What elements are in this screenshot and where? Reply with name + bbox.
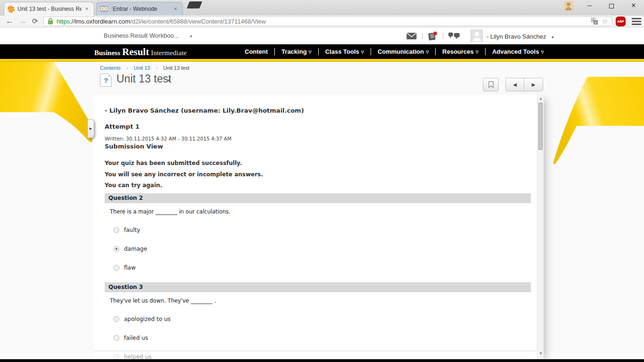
browser-menu-button[interactable]	[632, 18, 641, 25]
maximize-icon	[609, 4, 614, 8]
page-title: Unit 13 test	[116, 73, 171, 85]
close-icon: ✕	[631, 2, 636, 9]
separator: |	[421, 32, 423, 40]
nav-item-resources[interactable]: Resources▽	[436, 48, 485, 55]
back-button[interactable]: ←	[6, 16, 14, 27]
nav-item-tracking[interactable]: Tracking▽	[275, 48, 318, 55]
window-maximize-button[interactable]	[603, 0, 619, 11]
option-row: damage	[114, 246, 147, 252]
content-scrollbar[interactable]: ▲ ▼	[537, 94, 544, 359]
option-row: flaw	[114, 264, 136, 271]
option-label: apologized to us	[124, 316, 171, 322]
radio-faulty[interactable]	[114, 227, 119, 233]
theme-yellow-stripe	[0, 59, 644, 62]
option-label: faulty	[124, 227, 140, 233]
scroll-up-icon[interactable]: ▲	[537, 97, 544, 100]
radio-apologized-to-us[interactable]	[114, 316, 119, 322]
tab-title: Entrar - Webnode	[113, 6, 170, 12]
user-menu[interactable]: - Lilyn Bravo Sánchez ▾	[487, 33, 554, 40]
course-selector-label: Business Result Workboo...	[104, 32, 179, 39]
radio-flaw[interactable]	[114, 265, 119, 271]
student-identity-line: - Lilyn Bravo Sánchez (username: Lily.Br…	[105, 107, 304, 114]
tab-close-icon[interactable]: ✕	[83, 6, 90, 12]
breadcrumb-current: Unit 13 test	[163, 65, 190, 71]
course-navbar: Business Result Intermediate Content Tra…	[0, 44, 644, 59]
option-label: damage	[124, 246, 147, 252]
forward-button[interactable]: →	[19, 16, 27, 27]
course-selector[interactable]: Business Result Workboo... ▾	[104, 32, 192, 39]
tab-unit-13-test[interactable]: Unit 13 test - Business Res ✕	[4, 2, 94, 16]
chevron-down-icon: ▽	[541, 50, 544, 54]
caret-down-icon: ▾	[552, 35, 554, 40]
course-brand-logo: Business Result Intermediate	[94, 46, 187, 58]
separator: |	[442, 32, 444, 40]
chat-bubbles-icon	[448, 33, 460, 40]
submission-message: Your quiz has been submitted successfull…	[105, 160, 242, 166]
option-label: flaw	[124, 264, 136, 271]
option-row: faulty	[114, 227, 140, 233]
breadcrumb-separator-icon: ›	[156, 65, 158, 71]
option-label: failed us	[124, 335, 148, 341]
user-name-label: - Lilyn Bravo Sánchez	[487, 33, 546, 40]
minimize-icon: ─	[587, 2, 591, 9]
radio-damage-selected[interactable]	[114, 246, 119, 252]
chevron-right-icon: ▶	[90, 127, 92, 131]
quiz-submission-panel: - Lilyn Bravo Sánchez (username: Lily.Br…	[94, 94, 544, 359]
breadcrumb-contents[interactable]: Contents	[100, 65, 121, 71]
clipboard-icon	[428, 32, 438, 41]
submission-view-heading: Submission View	[105, 143, 163, 150]
option-row: failed us	[114, 335, 148, 341]
bookmark-button[interactable]	[483, 78, 499, 91]
envelope-icon	[406, 33, 417, 40]
chevron-down-icon: ▽	[361, 50, 364, 54]
quiz-document-icon: ?	[100, 74, 112, 87]
nav-item-content[interactable]: Content	[238, 48, 274, 55]
window-minimize-button[interactable]: ─	[581, 0, 597, 11]
window-close-button[interactable]: ✕	[626, 0, 642, 11]
tab-entrar-webnode[interactable]: Entrar - Webnode ✕	[96, 2, 183, 16]
bottom-screen-edge	[0, 359, 644, 362]
next-icon: ▶	[532, 82, 536, 87]
content-pager: ◀ ▶	[505, 78, 543, 91]
new-tab-button[interactable]	[187, 1, 202, 8]
tab-title: Unit 13 test - Business Res	[17, 6, 82, 12]
attempt-heading: Attempt 1	[105, 123, 140, 130]
browser-tab-bar: Unit 13 test - Business Res ✕ Entrar - W…	[0, 0, 644, 16]
breadcrumb: Contents › Unit 13 › Unit 13 test	[100, 65, 190, 71]
tab-close-icon[interactable]: ✕	[172, 6, 179, 12]
written-timestamp: Written: 30.11.2015 4:32 AM - 30.11.2015…	[105, 136, 231, 141]
previous-button[interactable]: ◀	[506, 78, 524, 91]
option-row: apologized to us	[114, 316, 171, 322]
chevron-down-icon: ▽	[426, 50, 429, 54]
browser-profile-icon[interactable]	[564, 1, 573, 10]
submission-message: You will see any incorrect or incomplete…	[105, 171, 263, 178]
navbar-menu: Content Tracking▽ Class Tools▽ Communica…	[238, 44, 551, 59]
radio-failed-us[interactable]	[114, 335, 119, 341]
update-alerts-button[interactable]	[428, 32, 438, 41]
question-3-prompt: They've let us down. They've ________ .	[110, 297, 216, 304]
panel-expand-handle[interactable]: ▶	[88, 119, 94, 138]
user-avatar[interactable]	[471, 30, 483, 42]
chevron-down-icon: ▽	[476, 50, 479, 54]
translate-icon[interactable]: Aa	[591, 18, 598, 25]
question-2-header: Question 2	[105, 193, 531, 203]
message-alerts-button[interactable]	[406, 33, 417, 40]
scroll-down-icon[interactable]: ▼	[537, 352, 544, 355]
url-text: https://lms.oxfordlearn.com/d2l/le/conte…	[57, 18, 591, 25]
breadcrumb-separator-icon: ›	[126, 65, 128, 71]
address-bar[interactable]: https://lms.oxfordlearn.com/d2l/le/conte…	[43, 16, 612, 26]
submission-message: You can try again.	[105, 182, 162, 189]
nav-item-class-tools[interactable]: Class Tools▽	[319, 48, 371, 55]
nav-item-advanced-tools[interactable]: Advanced Tools▽	[486, 48, 551, 55]
adblock-plus-extension-button[interactable]: ABP	[616, 16, 626, 26]
scrollbar-thumb[interactable]	[538, 103, 543, 150]
reload-button[interactable]: ⟳	[32, 16, 38, 27]
padlock-icon	[48, 18, 53, 25]
nav-item-communication[interactable]: Communication▽	[371, 48, 435, 55]
breadcrumb-unit-13[interactable]: Unit 13	[134, 65, 150, 71]
chat-alerts-button[interactable]	[448, 33, 460, 40]
title-actions-caret[interactable]: ▾	[168, 78, 170, 83]
next-button[interactable]: ▶	[524, 78, 543, 91]
bookmark-star-icon[interactable]: ☆	[602, 17, 608, 25]
course-bar: Business Result Workboo... ▾ | |	[0, 27, 644, 44]
